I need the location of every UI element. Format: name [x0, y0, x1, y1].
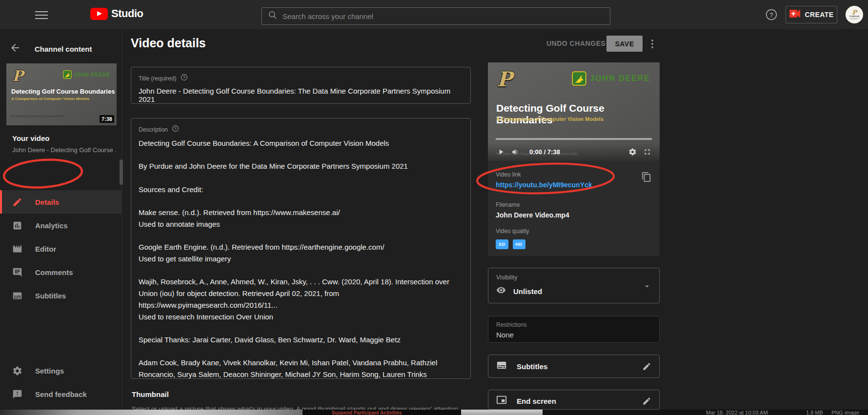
avatar-text: PURDUE	[849, 16, 859, 18]
cutoff-thumbnail-strip	[461, 410, 543, 415]
preview-footer-bar: Suspend Participant Activities Mar 18, 2…	[0, 410, 868, 415]
video-player[interactable]: P JOHN DEERE Detecting Golf Course Bound…	[488, 62, 660, 161]
comments-icon	[12, 267, 23, 277]
cutoff-text: Suspend Participant Activities	[332, 410, 402, 415]
sidebar-item-label: Subtitles	[35, 292, 66, 300]
svg-text:?: ?	[183, 75, 185, 79]
video-link-url[interactable]: https://youtu.be/yMI9ecunYck	[496, 181, 592, 189]
filename-value: John Deere Video.mp4	[496, 211, 569, 219]
copy-icon[interactable]	[641, 172, 652, 184]
sidebar-item-details[interactable]: Details	[0, 190, 122, 214]
player-controls: 0:00 / 7:38	[488, 143, 660, 161]
sidebar-item-analytics[interactable]: Analytics	[0, 214, 122, 237]
description-field-value[interactable]: Detecting Golf Course Boundaries: A Comp…	[139, 138, 463, 380]
thumb-subtitle: A Comparison of Computer Vision Models	[11, 97, 89, 101]
restrictions-card: Restrictions None	[488, 316, 660, 343]
title-field-value[interactable]: John Deere - Detecting Golf Course Bound…	[139, 87, 463, 103]
john-deere-logo: JOHN DEERE	[572, 71, 650, 86]
account-avatar[interactable]: P PURDUE UNIVERSITY	[846, 6, 863, 23]
purdue-logo: P	[12, 67, 23, 84]
sidebar-item-label: Comments	[35, 268, 73, 277]
subtitles-card[interactable]: Subtitles	[488, 355, 660, 378]
video-title-snippet: John Deere - Detecting Golf Course ...	[12, 146, 117, 154]
channel-search	[262, 7, 610, 25]
back-arrow-icon[interactable]	[9, 42, 21, 56]
restrictions-value: None	[496, 331, 514, 339]
restrictions-label: Restrictions	[496, 321, 527, 328]
create-video-icon	[789, 9, 801, 20]
visibility-value: Unlisted	[513, 287, 542, 296]
video-thumbnail[interactable]: P JOHN DEERE Detecting Golf Course Bound…	[6, 63, 117, 125]
brand-text: Studio	[111, 7, 143, 20]
file-size: 1.8 MB	[806, 410, 823, 415]
video-info-panel: Video link https://youtu.be/yMI9ecunYck …	[488, 161, 660, 256]
visibility-label: Visibility	[496, 274, 517, 281]
visibility-card[interactable]: Visibility Unlisted	[488, 268, 660, 303]
sidebar-item-editor[interactable]: Editor	[0, 237, 122, 260]
page-title: Video details	[131, 36, 206, 50]
sd-badge: SD	[496, 239, 508, 249]
edit-pencil-icon[interactable]	[642, 362, 651, 371]
pencil-icon	[12, 197, 23, 207]
sidebar: Channel content P JOHN DEERE Detecting G…	[0, 29, 122, 410]
scrollbar-thumb[interactable]	[120, 159, 123, 185]
hd-badge: HD	[513, 239, 525, 249]
subtitles-card-label: Subtitles	[517, 362, 632, 371]
slide-title: Detecting Golf Course Boundaries	[496, 102, 660, 126]
create-label: CREATE	[805, 11, 834, 19]
back-label: Channel content	[35, 45, 92, 53]
player-progress-bar[interactable]	[496, 138, 652, 140]
thumbnail-section-heading: Thumbnail	[132, 390, 169, 398]
eye-icon	[496, 285, 506, 297]
avatar-purdue-initial: P	[852, 10, 857, 15]
file-kind: PNG image	[831, 410, 859, 415]
chevron-down-icon[interactable]	[643, 282, 651, 293]
purdue-logo: P	[497, 67, 512, 91]
title-field[interactable]: Title (required) ? John Deere - Detectin…	[131, 67, 471, 104]
player-time: 0:00 / 7:38	[529, 148, 560, 156]
help-circle-icon[interactable]: ?	[181, 74, 188, 83]
end-screen-card[interactable]: End screen	[488, 390, 660, 410]
feedback-icon	[12, 389, 23, 399]
sidebar-item-label: Editor	[35, 245, 56, 253]
thumb-footer: The Data Mine Corporate Partners Symposi…	[10, 115, 64, 117]
save-button[interactable]: SAVE	[606, 36, 643, 52]
fullscreen-icon[interactable]	[643, 148, 651, 158]
svg-text:?: ?	[174, 126, 177, 131]
sidebar-item-subtitles[interactable]: Subtitles	[0, 284, 122, 307]
sidebar-item-label: Send feedback	[35, 390, 87, 398]
subtitles-icon	[496, 360, 507, 373]
sidebar-item-send-feedback[interactable]: Send feedback	[0, 382, 122, 406]
svg-text:?: ?	[769, 11, 773, 19]
kebab-menu-icon[interactable]	[648, 37, 657, 51]
gear-icon	[12, 366, 23, 376]
cutoff-thumbnail-strip	[0, 410, 303, 415]
help-icon[interactable]: ?	[765, 8, 778, 21]
player-settings-gear-icon[interactable]	[628, 148, 637, 158]
youtube-play-icon	[90, 8, 108, 20]
create-button[interactable]: CREATE	[786, 6, 837, 23]
title-field-label: Title (required)	[139, 75, 177, 82]
search-input[interactable]	[283, 12, 604, 20]
sidebar-item-label: Settings	[35, 367, 64, 375]
duration-badge: 7:38	[100, 115, 114, 123]
sidebar-item-comments[interactable]: Comments	[0, 260, 122, 284]
file-date: Mar 18, 2022 at 10:03 AM	[706, 410, 768, 415]
volume-icon[interactable]	[511, 148, 520, 158]
video-quality-label: Video quality	[496, 228, 529, 235]
edit-pencil-icon[interactable]	[642, 396, 651, 406]
description-field[interactable]: Description ? Detecting Golf Course Boun…	[131, 118, 471, 379]
slide-subtitle: A Comparison of Computer Vision Models	[496, 116, 604, 122]
editor-icon	[12, 244, 23, 254]
sidebar-item-label: Analytics	[35, 221, 68, 230]
sidebar-item-label: Details	[35, 198, 59, 206]
play-icon[interactable]	[497, 148, 505, 158]
sidebar-item-settings[interactable]: Settings	[0, 359, 122, 382]
studio-logo[interactable]: Studio	[90, 7, 143, 20]
hamburger-menu-icon[interactable]	[35, 9, 48, 20]
john-deere-logo: JOHN DEERE	[63, 70, 110, 79]
help-circle-icon[interactable]: ?	[172, 125, 179, 134]
analytics-icon	[12, 220, 23, 231]
back-row: Channel content	[0, 39, 122, 59]
undo-changes-button[interactable]: UNDO CHANGES	[546, 40, 606, 47]
